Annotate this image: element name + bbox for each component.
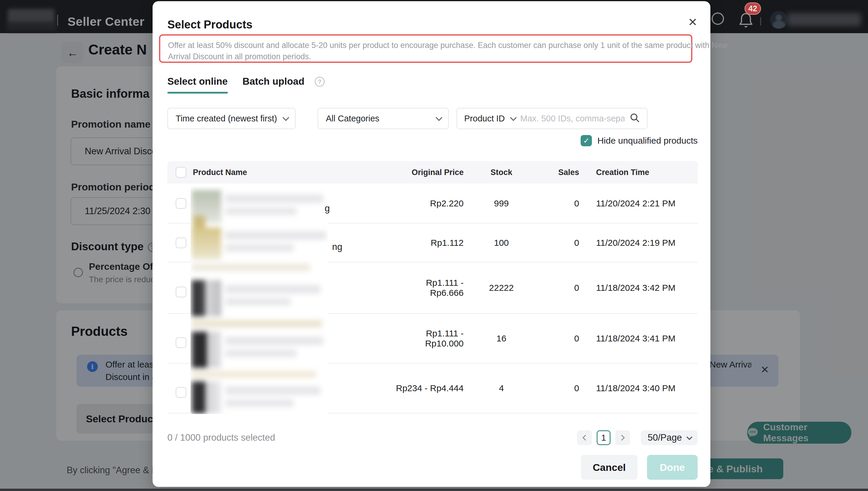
next-page-button[interactable] xyxy=(615,430,630,445)
sales-cell: 0 xyxy=(539,198,579,208)
sort-dropdown[interactable]: Time created (newest first) xyxy=(167,108,296,129)
col-product-name: Product Name xyxy=(191,168,391,177)
product-thumbnail xyxy=(192,227,221,260)
stock-cell: 22222 xyxy=(464,283,539,293)
question-icon[interactable]: ? xyxy=(315,77,325,87)
account-name xyxy=(787,13,861,26)
divider xyxy=(57,15,58,26)
chevron-down-icon xyxy=(510,114,517,121)
sales-cell: 0 xyxy=(539,334,579,344)
headset-icon[interactable] xyxy=(711,12,724,25)
modal-footer: 0 / 1000 products selected 1 50/Page xyxy=(167,430,698,445)
hide-unqualified-checkbox[interactable]: ✓ xyxy=(581,135,592,146)
filter-bar: Time created (newest first) All Categori… xyxy=(167,108,698,129)
page-number[interactable]: 1 xyxy=(597,430,611,445)
time-cell: 11/18/2024 3:41 PM xyxy=(579,334,698,344)
product-name-fragment: g xyxy=(325,203,330,214)
modal-actions: Cancel Done xyxy=(581,455,698,480)
hide-unqualified-row: ✓ Hide unqualified products xyxy=(167,135,698,146)
price-cell: Rp1.111 - Rp10.000 xyxy=(391,328,464,349)
search-input[interactable]: Max. 500 IDs, comma-sepa xyxy=(520,114,624,123)
modal-tabs: Select online Batch upload ? xyxy=(167,76,325,94)
hide-unqualified-label: Hide unqualified products xyxy=(597,136,698,146)
select-products-modal: Select Products ✕ Offer at least 50% dis… xyxy=(152,1,710,487)
stock-cell: 4 xyxy=(464,383,539,393)
divider xyxy=(760,17,761,26)
row-checkbox[interactable] xyxy=(176,237,186,248)
notice-line-2: Arrival Discount in all promotion period… xyxy=(168,51,683,62)
price-cell: Rp2.220 xyxy=(391,198,464,208)
page-size-dropdown[interactable]: 50/Page xyxy=(641,430,698,445)
discount-notice-box: Offer at least 50% discount and allocate… xyxy=(159,34,692,63)
selected-count-text: 0 / 1000 products selected xyxy=(167,432,275,443)
products-table: Product Name Original Price Stock Sales … xyxy=(167,161,698,413)
avatar[interactable] xyxy=(770,11,788,29)
store-logo xyxy=(6,8,57,31)
price-cell: Rp1.111 - Rp6.666 xyxy=(391,278,464,298)
tab-select-online[interactable]: Select online xyxy=(167,76,228,94)
id-type-dropdown[interactable]: Product ID xyxy=(464,114,505,123)
sales-cell: 0 xyxy=(539,383,579,393)
tab-batch-upload[interactable]: Batch upload xyxy=(243,76,305,94)
sales-cell: 0 xyxy=(539,238,579,248)
prev-page-button[interactable] xyxy=(577,430,592,445)
select-all-checkbox[interactable] xyxy=(176,167,186,178)
chevron-down-icon xyxy=(283,114,289,121)
stock-cell: 999 xyxy=(464,198,539,208)
close-icon[interactable]: ✕ xyxy=(688,17,697,28)
product-thumbnail xyxy=(192,280,221,316)
category-dropdown[interactable]: All Categories xyxy=(317,108,449,129)
notification-badge: 42 xyxy=(745,2,761,15)
time-cell: 11/20/2024 2:19 PM xyxy=(579,238,698,248)
time-cell: 11/18/2024 3:42 PM xyxy=(579,283,698,293)
screen: ← Create N Basic informa Promotion name … xyxy=(0,0,868,491)
table-header: Product Name Original Price Stock Sales … xyxy=(167,161,698,183)
price-cell: Rp234 - Rp4.444 xyxy=(391,383,464,393)
product-thumbnail xyxy=(192,381,221,413)
col-stock: Stock xyxy=(464,168,539,177)
product-thumbnail xyxy=(192,332,221,368)
col-creation-time: Creation Time xyxy=(579,168,698,177)
search-icon[interactable] xyxy=(630,113,640,124)
row-checkbox[interactable] xyxy=(176,387,186,398)
time-cell: 11/20/2024 2:21 PM xyxy=(579,198,698,208)
modal-title: Select Products xyxy=(167,18,252,31)
pagination: 1 50/Page xyxy=(577,430,698,445)
chevron-down-icon xyxy=(687,434,692,440)
chevron-down-icon xyxy=(436,114,443,121)
product-id-search[interactable]: Product ID Max. 500 IDs, comma-sepa xyxy=(456,108,648,129)
product-name-fragment: ng xyxy=(332,242,342,252)
col-sales: Sales xyxy=(539,168,579,177)
col-original-price: Original Price xyxy=(391,168,464,177)
chevron-left-icon xyxy=(582,435,588,441)
notice-line-1: Offer at least 50% discount and allocate… xyxy=(168,40,683,51)
sales-cell: 0 xyxy=(539,283,579,293)
time-cell: 11/18/2024 3:40 PM xyxy=(579,383,698,393)
screen-bottom-edge xyxy=(0,489,868,491)
done-button[interactable]: Done xyxy=(647,455,698,480)
row-checkbox[interactable] xyxy=(176,287,186,297)
brand-title: Seller Center xyxy=(67,15,144,29)
row-checkbox[interactable] xyxy=(176,198,186,209)
cancel-button[interactable]: Cancel xyxy=(581,455,638,480)
stock-cell: 100 xyxy=(464,238,539,248)
check-icon: ✓ xyxy=(583,136,590,145)
redacted-product-names xyxy=(191,186,328,414)
price-cell: Rp1.112 xyxy=(391,238,464,248)
stock-cell: 16 xyxy=(464,334,539,344)
row-checkbox[interactable] xyxy=(176,337,186,348)
product-thumbnail xyxy=(192,190,221,223)
chevron-right-icon xyxy=(619,435,625,441)
